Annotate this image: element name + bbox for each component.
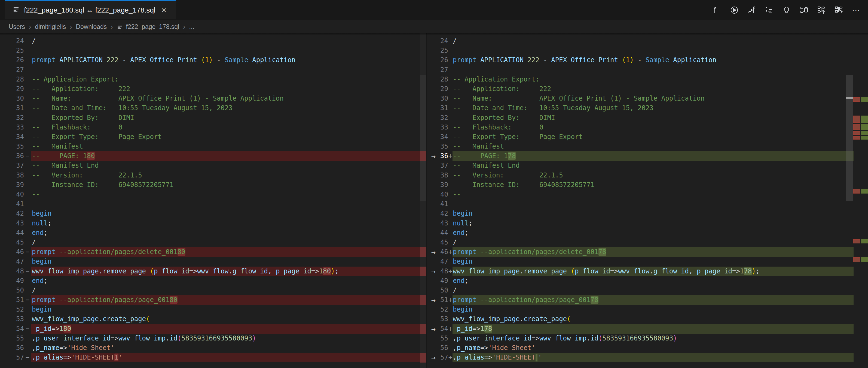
code-line[interactable]: 44end; [0, 228, 426, 238]
removed-line-marker [420, 151, 426, 161]
code-line[interactable]: 46−prompt --application/pages/delete_001… [0, 247, 426, 257]
tab-diff-editor[interactable]: f222_page_180.sql ↔ f222_page_178.sql × [5, 0, 176, 19]
code-line[interactable]: 26prompt APPLICATION 222 - APEX Office P… [427, 55, 868, 65]
code-line[interactable]: 49end; [0, 276, 426, 286]
diff-pane-modified[interactable]: 24/2526prompt APPLICATION 222 - APEX Off… [427, 33, 868, 368]
code-line[interactable]: 30-- Name: APEX Office Print (1) - Sampl… [0, 94, 426, 103]
code-line[interactable]: 53wwv_flow_imp_page.create_page( [427, 314, 868, 324]
code-line[interactable]: 42begin [427, 209, 868, 218]
code-line[interactable]: 32-- Exported By: DIMI [427, 113, 868, 123]
code-line[interactable]: 50/ [427, 286, 868, 295]
code-line[interactable]: 56,p_name=>'Hide Sheet' [0, 343, 426, 353]
code-line[interactable]: 37-- Manifest End [427, 161, 868, 170]
code-line[interactable]: 49end; [427, 276, 868, 286]
code-line[interactable]: 40-- [0, 190, 426, 199]
code-line[interactable]: 26prompt APPLICATION 222 - APEX Office P… [0, 55, 426, 65]
code-line[interactable]: 35-- Manifest [0, 142, 426, 151]
code-line[interactable]: 43null; [0, 219, 426, 228]
code-line[interactable]: 28-- Application Export: [427, 75, 868, 84]
code-line[interactable]: 39-- Instance ID: 69408572205771 [0, 180, 426, 190]
more-actions-icon[interactable]: ⋯ [852, 5, 861, 15]
diff-pane-original[interactable]: 24/2526prompt APPLICATION 222 - APEX Off… [0, 33, 426, 368]
run-script-icon[interactable] [747, 5, 756, 15]
code-text: ,p_alias=>'HIDE-SHEET1' [31, 353, 420, 362]
code-line[interactable]: 55,p_user_interface_id=>wwv_flow_imp.id(… [0, 334, 426, 343]
code-line[interactable]: 34-- Export Type: Page Export [0, 132, 426, 142]
modified-scrollbar[interactable] [846, 33, 853, 368]
code-line[interactable]: 45/ [0, 238, 426, 247]
code-line[interactable]: 41 [0, 199, 426, 209]
open-changes-icon[interactable] [712, 5, 721, 15]
code-line[interactable]: 47begin [0, 257, 426, 266]
code-text: -- Version: 22.1.5 [31, 171, 420, 180]
code-line[interactable]: 30-- Name: APEX Office Print (1) - Sampl… [427, 94, 868, 103]
code-text: -- Flashback: 0 [31, 123, 420, 132]
code-line[interactable]: 37-- Manifest End [0, 161, 426, 170]
code-line[interactable]: 39-- Instance ID: 69408572205771 [427, 180, 868, 190]
db-run-icon[interactable] [834, 5, 843, 15]
code-line[interactable]: 44end; [427, 228, 868, 238]
diff-sign [24, 123, 31, 132]
code-line[interactable]: 34-- Export Type: Page Export [427, 132, 868, 142]
breadcrumb-symbol-ellipsis[interactable]: ... [189, 23, 194, 31]
code-line[interactable]: 52begin [427, 305, 868, 314]
code-text: ,p_user_interface_id=>wwv_flow_imp.id(58… [31, 334, 420, 343]
breadcrumb-user-folder[interactable]: dimitrigielis [35, 23, 66, 31]
run-file-icon[interactable] [730, 5, 739, 15]
code-line[interactable]: 53wwv_flow_imp_page.create_page( [0, 314, 426, 324]
code-line[interactable]: 27-- [0, 65, 426, 75]
code-line[interactable]: 24/ [0, 36, 426, 46]
lightbulb-icon[interactable] [782, 5, 791, 15]
code-line[interactable]: 31-- Date and Time: 10:55 Tuesday August… [0, 103, 426, 113]
code-line[interactable]: 57−,p_alias=>'HIDE-SHEET1' [0, 353, 426, 362]
outline-icon[interactable] [765, 5, 774, 15]
code-line[interactable]: 27-- [427, 65, 868, 75]
db-connections-icon[interactable] [799, 5, 809, 15]
code-line[interactable]: 38-- Version: 22.1.5 [427, 171, 868, 180]
code-line[interactable]: 40-- [427, 190, 868, 199]
scrollbar-slider[interactable] [846, 75, 853, 201]
code-line[interactable]: 50/ [0, 286, 426, 295]
breadcrumb-file[interactable]: f222_page_178.sql [126, 23, 179, 31]
code-line[interactable]: →48+wwv_flow_imp_page.remove_page (p_flo… [427, 266, 868, 276]
code-line[interactable]: 55,p_user_interface_id=>wwv_flow_imp.id(… [427, 334, 868, 343]
breadcrumb-downloads[interactable]: Downloads [76, 23, 107, 31]
code-line[interactable]: →36+-- PAGE: 178 [427, 151, 868, 161]
code-line[interactable]: 29-- Application: 222 [0, 84, 426, 94]
code-line[interactable]: 48−wwv_flow_imp_page.remove_page (p_flow… [0, 266, 426, 276]
code-line[interactable]: 32-- Exported By: DIMI [0, 113, 426, 123]
code-line[interactable]: →51+prompt --application/pages/page_0017… [427, 295, 868, 305]
code-line[interactable]: →46+prompt --application/pages/delete_00… [427, 247, 868, 257]
diff-change-arrow-icon [427, 276, 440, 286]
code-line[interactable]: 31-- Date and Time: 10:55 Tuesday August… [427, 103, 868, 113]
code-line[interactable]: 29-- Application: 222 [427, 84, 868, 94]
code-line[interactable]: 52begin [0, 305, 426, 314]
diff-sign [448, 209, 453, 218]
code-line[interactable]: 47begin [427, 257, 868, 266]
code-line[interactable]: 35-- Manifest [427, 142, 868, 151]
code-line[interactable]: →57+,p_alias=>'HIDE-SHEET' [427, 353, 868, 362]
code-line[interactable]: 56,p_name=>'Hide Sheet' [427, 343, 868, 353]
code-line[interactable]: 41 [427, 199, 868, 209]
diff-sign [24, 94, 31, 103]
close-icon[interactable]: × [160, 5, 168, 15]
code-line[interactable]: 33-- Flashback: 0 [427, 123, 868, 132]
scrollbar-slider[interactable] [420, 75, 426, 201]
code-line[interactable]: 28-- Application Export: [0, 75, 426, 84]
db-table-icon[interactable] [817, 5, 826, 15]
code-line[interactable]: →54+ p_id=>178 [427, 324, 868, 334]
code-line[interactable]: 51−prompt --application/pages/page_00180 [0, 295, 426, 305]
code-line[interactable]: 24/ [427, 36, 868, 46]
code-line[interactable]: 42begin [0, 209, 426, 218]
code-line[interactable]: 33-- Flashback: 0 [0, 123, 426, 132]
breadcrumb-users[interactable]: Users [9, 23, 25, 31]
code-line[interactable]: 45/ [427, 238, 868, 247]
original-overview-scrollbar[interactable] [420, 33, 426, 368]
code-line[interactable]: 54− p_id=>180 [0, 324, 426, 334]
code-line[interactable]: 36−-- PAGE: 180 [0, 151, 426, 161]
diff-sign [24, 65, 31, 75]
code-line[interactable]: 25 [427, 46, 868, 55]
code-line[interactable]: 25 [0, 46, 426, 55]
code-line[interactable]: 38-- Version: 22.1.5 [0, 171, 426, 180]
code-line[interactable]: 43null; [427, 219, 868, 228]
